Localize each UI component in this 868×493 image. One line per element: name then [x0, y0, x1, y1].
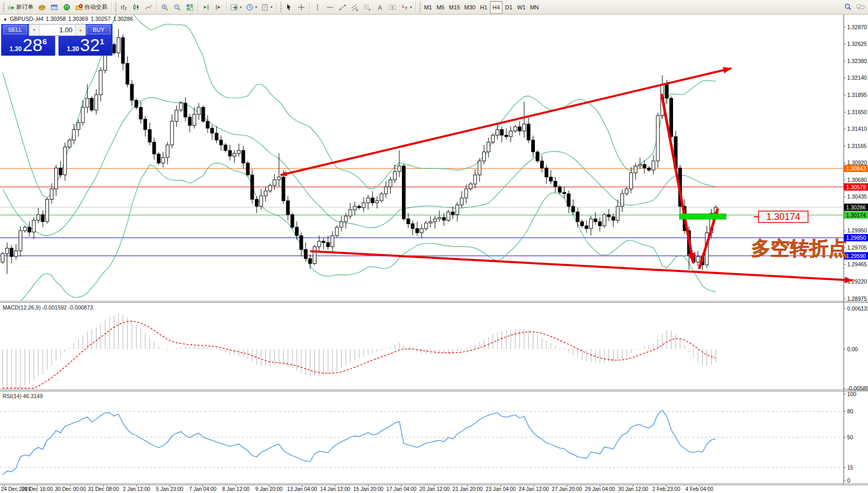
equidistant-channel-icon: E: [351, 4, 359, 11]
svg-text:1.31650: 1.31650: [847, 109, 867, 115]
mt4-window: { "toolbar": { "new_order_label": "新订单",…: [0, 0, 868, 493]
market-watch-button[interactable]: [35, 1, 48, 14]
buy-button[interactable]: BUY: [87, 25, 111, 34]
svg-text:24 Jan 12:00: 24 Jan 12:00: [519, 486, 549, 492]
volume-decrease-button[interactable]: ▼: [29, 24, 40, 35]
bar-chart-button[interactable]: [117, 1, 130, 14]
chart-shift-button[interactable]: [200, 1, 212, 14]
svg-text:1.31410: 1.31410: [847, 126, 867, 132]
svg-text:31 Dec 08:00: 31 Dec 08:00: [88, 486, 119, 492]
toolbar: 新订单 自动交易: [0, 0, 868, 15]
svg-text:RSI(14) 46.3149: RSI(14) 46.3149: [3, 393, 43, 399]
timeframe-mn-button[interactable]: MN: [528, 1, 541, 14]
svg-text:1.31165: 1.31165: [847, 143, 866, 149]
candlestick-chart-button[interactable]: [130, 1, 142, 14]
svg-text:80: 80: [847, 408, 853, 414]
volume-increase-button[interactable]: ▲: [75, 24, 85, 35]
collapse-arrow-icon[interactable]: ▲: [3, 17, 7, 21]
timeframe-label: H4: [493, 4, 500, 10]
chart-area[interactable]: 1.328701.326251.323801.321401.318951.316…: [0, 15, 868, 493]
toolbar-grip[interactable]: [279, 2, 282, 13]
svg-text:30 Dec 00:00: 30 Dec 00:00: [55, 486, 86, 492]
toolbar-grip[interactable]: [114, 2, 116, 13]
navigator-button[interactable]: [60, 1, 73, 14]
price-tag-1-30174[interactable]: 1.30174: [754, 211, 808, 223]
one-click-trading-panel: 1.30 28 6 1.30 32 1 SELL BUY ▼ 1.00 ▲: [1, 24, 113, 56]
horizontal-line-icon: [326, 4, 334, 11]
periods-button[interactable]: ▾: [244, 1, 260, 14]
text-label-button[interactable]: T: [386, 1, 399, 14]
sell-price-sup: 6: [42, 38, 46, 45]
svg-text:15: 15: [847, 464, 853, 471]
search-button[interactable]: [841, 1, 854, 14]
timeframe-d1-button[interactable]: D1: [503, 1, 515, 14]
toolbar-separator: [309, 2, 310, 13]
text-icon: A: [376, 4, 384, 11]
toolbar-separator: [111, 2, 112, 13]
toolbar-separator: [415, 2, 416, 13]
key-level-highlight-bar[interactable]: [679, 214, 726, 219]
new-order-label: 新订单: [16, 3, 33, 11]
svg-text:0: 0: [847, 477, 850, 484]
svg-text:1.30843: 1.30843: [846, 165, 866, 171]
cursor-button[interactable]: [283, 1, 295, 14]
svg-text:30 Jan 12:00: 30 Jan 12:00: [618, 486, 649, 492]
text-button[interactable]: A: [374, 1, 386, 14]
navigator-icon: [63, 4, 70, 11]
toolbar-separator: [226, 2, 227, 13]
timeframe-m30-button[interactable]: M30: [462, 1, 477, 14]
cursor-icon: [285, 4, 292, 11]
data-window-button[interactable]: [48, 1, 60, 14]
note-text-turning-point[interactable]: 多空转折点: [751, 237, 848, 260]
vertical-line-icon: [314, 4, 321, 11]
horizontal-line-button[interactable]: [324, 1, 336, 14]
svg-text:2 Jan 12:00: 2 Jan 12:00: [123, 486, 151, 492]
svg-text:1.30680: 1.30680: [847, 177, 867, 183]
timeframe-m1-button[interactable]: M1: [422, 1, 434, 14]
zoom-in-button[interactable]: [158, 1, 171, 14]
toolbar-separator: [276, 2, 277, 13]
tile-windows-button[interactable]: [184, 1, 196, 14]
svg-text:0.00: 0.00: [847, 346, 858, 352]
arrows-button[interactable]: ▾: [399, 1, 414, 14]
new-order-button[interactable]: 新订单: [5, 1, 35, 14]
svg-text:1.29705: 1.29705: [847, 244, 867, 251]
new-order-icon: [7, 4, 15, 11]
chart-autoscroll-button[interactable]: [212, 1, 225, 14]
svg-text:23 Jan 04:00: 23 Jan 04:00: [486, 486, 516, 492]
fibonacci-button[interactable]: F: [361, 1, 374, 14]
svg-text:2 Feb 23:00: 2 Feb 23:00: [652, 486, 680, 492]
svg-text:13 Jan 04:00: 13 Jan 04:00: [287, 486, 317, 492]
trendline-button[interactable]: [336, 1, 349, 14]
svg-text:1.32380: 1.32380: [847, 58, 867, 64]
crosshair-button[interactable]: [295, 1, 308, 14]
timeframe-m15-button[interactable]: M15: [447, 1, 462, 14]
toolbar-grip[interactable]: [419, 2, 421, 13]
chat-button[interactable]: [854, 1, 867, 14]
zoom-in-icon: [161, 4, 168, 11]
equidistant-channel-button[interactable]: E: [349, 1, 361, 14]
svg-text:1.29465: 1.29465: [847, 261, 867, 267]
templates-button[interactable]: ▾: [259, 1, 275, 14]
toolbar-grip[interactable]: [2, 2, 4, 13]
data-window-icon: [51, 4, 58, 11]
svg-text:1.32625: 1.32625: [847, 41, 867, 47]
svg-text:F: F: [369, 8, 371, 11]
svg-text:9 Jan 20:00: 9 Jan 20:00: [255, 486, 283, 492]
autotrading-button[interactable]: 自动交易: [73, 1, 109, 14]
svg-text:100: 100: [847, 391, 857, 397]
vertical-line-button[interactable]: [311, 1, 324, 14]
timeframe-w1-button[interactable]: W1: [515, 1, 528, 14]
timeframe-h1-button[interactable]: H1: [478, 1, 490, 14]
timeframe-h4-button[interactable]: H4: [490, 1, 503, 14]
indicators-button[interactable]: ▾: [228, 1, 244, 14]
line-chart-button[interactable]: [142, 1, 155, 14]
zoom-out-button[interactable]: [171, 1, 184, 14]
dropdown-caret: ▾: [240, 5, 242, 9]
sell-button[interactable]: SELL: [3, 25, 27, 34]
svg-text:27 Jan 20:00: 27 Jan 20:00: [552, 486, 582, 492]
candlestick-chart-icon: [132, 4, 140, 11]
bar-chart-icon: [120, 4, 127, 11]
volume-input[interactable]: 1.00: [40, 24, 75, 35]
timeframe-m5-button[interactable]: M5: [434, 1, 447, 14]
